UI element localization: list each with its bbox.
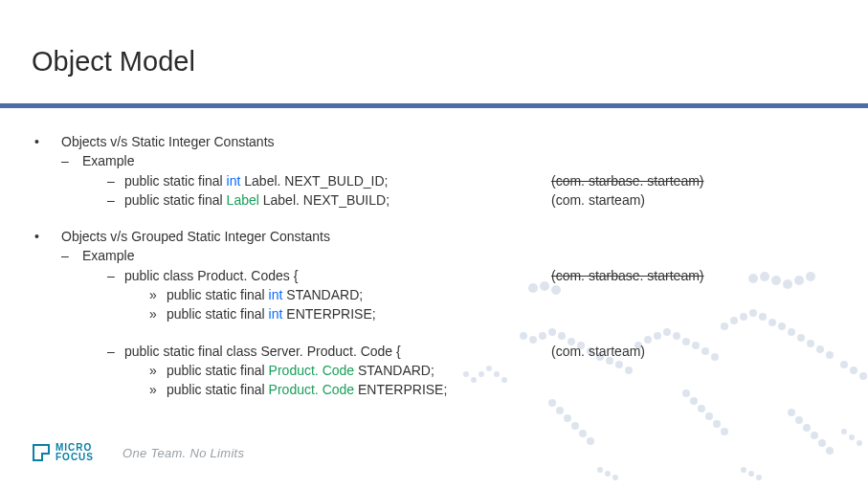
svg-point-54 — [811, 432, 818, 439]
aside-4: (com. starteam) — [551, 342, 800, 361]
code-line: public static final int Label. NEXT_BULD… — [124, 171, 388, 190]
svg-point-52 — [795, 416, 803, 424]
code-line: public static final Product. Code STANDA… — [167, 361, 434, 380]
bullet-2-1-1-a: » public static final int STANDARD; — [149, 285, 829, 304]
bullet-2-1-2-b: » public static final Product. Code ENTE… — [149, 380, 829, 399]
bullet-2-1-2: – public static final class Server. Prod… — [107, 342, 551, 361]
svg-point-72 — [840, 361, 848, 368]
slide-title: Object Model — [32, 46, 195, 78]
bullet-2-1-1-b: » public static final int ENTERPRISE; — [149, 304, 829, 323]
aside-3: (com. starbase. starteam) — [551, 266, 800, 285]
svg-point-74 — [859, 372, 867, 380]
code-line: public static final Label Label. NEXT_BU… — [124, 190, 389, 210]
svg-point-51 — [788, 409, 795, 416]
svg-point-43 — [579, 430, 587, 437]
bullet-2-1-text: Example — [82, 246, 134, 265]
svg-point-77 — [857, 440, 862, 446]
logo-icon — [33, 444, 50, 461]
svg-point-66 — [597, 467, 603, 473]
bullet-1-text: Objects v/s Static Integer Constants — [61, 132, 275, 151]
svg-point-48 — [705, 412, 713, 420]
logo-text: MICRO FOCUS — [56, 443, 94, 462]
svg-point-67 — [605, 471, 611, 477]
svg-point-70 — [748, 471, 754, 477]
bullet-2-1: – Example — [61, 246, 829, 265]
svg-point-39 — [548, 399, 556, 407]
svg-point-50 — [721, 428, 728, 435]
aside-2: (com. starteam) — [551, 190, 800, 210]
bullet-1-1: – Example — [61, 151, 829, 170]
slide-body: • Objects v/s Static Integer Constants –… — [34, 132, 829, 400]
code-line: public static final class Server. Produc… — [124, 342, 401, 361]
svg-point-49 — [713, 420, 721, 428]
footer-logo: MICRO FOCUS One Team. No Limits — [33, 443, 244, 462]
aside-1: (com. starbase. starteam) — [551, 171, 800, 190]
svg-point-40 — [556, 407, 564, 414]
svg-point-68 — [612, 475, 618, 480]
svg-point-53 — [803, 424, 811, 432]
svg-point-56 — [826, 447, 834, 455]
svg-point-76 — [849, 434, 855, 440]
bullet-2: • Objects v/s Grouped Static Integer Con… — [34, 227, 829, 246]
bullet-2-text: Objects v/s Grouped Static Integer Const… — [61, 227, 330, 246]
code-line: public class Product. Codes { — [124, 266, 298, 285]
bullet-1-1-1: – public static final int Label. NEXT_BU… — [107, 171, 551, 190]
code-line: public static final int STANDARD; — [167, 285, 363, 304]
code-line: public static final Product. Code ENTERP… — [167, 380, 447, 399]
svg-point-55 — [818, 439, 826, 447]
code-line: public static final int ENTERPRISE; — [167, 304, 376, 323]
svg-point-44 — [587, 437, 594, 445]
bullet-1-1-text: Example — [82, 151, 134, 170]
svg-point-41 — [564, 414, 571, 422]
svg-point-69 — [741, 467, 746, 473]
bullet-2-1-1: – public class Product. Codes { — [107, 266, 551, 285]
bullet-2-1-2-a: » public static final Product. Code STAN… — [149, 361, 829, 380]
tagline: One Team. No Limits — [122, 446, 244, 460]
svg-point-71 — [756, 475, 762, 480]
bullet-1-1-2: – public static final Label Label. NEXT_… — [107, 190, 551, 210]
svg-point-75 — [841, 429, 847, 434]
bullet-1: • Objects v/s Static Integer Constants — [34, 132, 829, 151]
svg-point-47 — [698, 405, 705, 412]
svg-point-73 — [850, 367, 857, 374]
svg-point-42 — [571, 422, 579, 430]
title-rule — [0, 103, 868, 108]
